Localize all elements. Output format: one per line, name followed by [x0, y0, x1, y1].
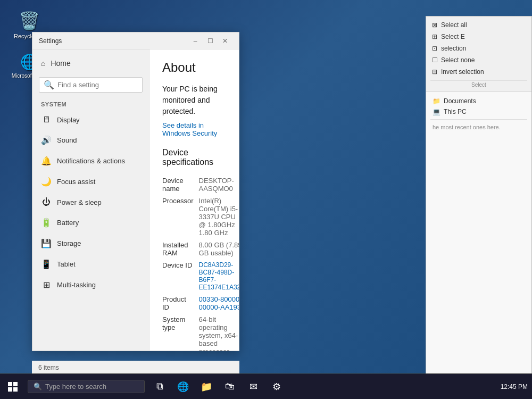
tablet-label: Tablet [57, 260, 76, 268]
invert-icon: ⊟ [430, 68, 439, 76]
tablet-icon: 📱 [41, 259, 52, 269]
items-count: 6 items [38, 364, 59, 371]
taskbar-search-box[interactable]: 🔍 Type here to search [28, 380, 145, 393]
select-none-icon: ☐ [430, 56, 439, 64]
settings-nav: ⌂ Home 🔍 System 🖥 Display 🔊 Sound [32, 49, 149, 351]
select-all-label: Select all [441, 21, 467, 29]
specs-table: Device name DESKTOP-AASQMO0 Processor In… [162, 174, 239, 351]
ram-row: Installed RAM 8.00 GB (7.89 GB usable) [162, 239, 239, 259]
nav-display[interactable]: 🖥 Display [32, 110, 149, 130]
home-nav-item[interactable]: ⌂ Home [32, 54, 149, 73]
nav-storage[interactable]: 💾 Storage [32, 233, 149, 254]
ribbon-select-e[interactable]: ⊞ Select E [430, 31, 527, 42]
system-type-row: System type 64-bit operating system, x64… [162, 313, 239, 351]
processor-row: Processor Intel(R) Core(TM) i5-3337U CPU… [162, 195, 239, 239]
settings-title: Settings [39, 37, 188, 45]
power-label: Power & sleep [57, 198, 102, 206]
maximize-button[interactable]: ☐ [203, 34, 218, 48]
taskbar-search-text: Type here to search [45, 383, 106, 390]
svg-rect-2 [8, 387, 12, 392]
device-id-row: Device ID DC8A3D29-BC87-498D-B6F7-EE1374… [162, 259, 239, 293]
system-section-title: System [32, 97, 149, 110]
product-id-label: Product ID [162, 293, 199, 313]
focus-label: Focus assist [57, 178, 95, 186]
this-pc-label: This PC [444, 108, 467, 115]
settings-titlebar: Settings – ☐ ✕ [32, 32, 239, 49]
device-name-label: Device name [162, 174, 199, 195]
ribbon-select-none[interactable]: ☐ Select none [430, 55, 527, 65]
invert-selection-label: Invert selection [441, 68, 484, 76]
select-none-label: Select none [441, 56, 475, 64]
notifications-icon: 🔔 [41, 156, 52, 166]
file-explorer-window: ⊠ Select all ⊞ Select E ⊡ selection ☐ Se… [426, 16, 532, 378]
taskbar-time: 12:45 PM [501, 383, 528, 390]
documents-icon: 📁 [433, 97, 440, 105]
device-specs-title: Device specifications [162, 148, 226, 167]
display-icon: 🖥 [41, 115, 52, 124]
storage-icon: 💾 [41, 238, 52, 248]
taskbar-right: 12:45 PM [501, 383, 532, 390]
close-button[interactable]: ✕ [218, 34, 232, 48]
recycle-bin-img: 🗑️ [19, 11, 40, 31]
ram-value: 8.00 GB (7.89 GB usable) [199, 239, 239, 259]
settings-taskbar-icon[interactable]: ⚙ [266, 376, 287, 397]
system-type-label: System type [162, 313, 199, 351]
product-id-row: Product ID 00330-80000-00000-AA193 [162, 293, 239, 313]
about-title: About [162, 60, 226, 75]
settings-body: ⌂ Home 🔍 System 🖥 Display 🔊 Sound [32, 49, 239, 351]
store-taskbar-icon[interactable]: 🛍 [219, 376, 240, 397]
processor-label: Processor [162, 195, 199, 239]
desktop: 🗑️ Recycle Bin 🌐 Microsoft Edge ⊠ Select… [0, 0, 532, 399]
settings-window: Settings – ☐ ✕ ⌂ Home 🔍 System [32, 32, 239, 351]
svg-rect-3 [13, 387, 18, 392]
explorer-content: 📁 Documents 💻 This PC he most recent one… [426, 92, 531, 137]
settings-search-box[interactable]: 🔍 [39, 77, 143, 93]
security-notice: Your PC is being monitored and protected… [162, 84, 226, 117]
this-pc-item[interactable]: 💻 This PC [430, 106, 527, 117]
storage-label: Storage [57, 239, 81, 247]
nav-battery[interactable]: 🔋 Battery [32, 212, 149, 233]
nav-tablet[interactable]: 📱 Tablet [32, 254, 149, 275]
taskbar-search-icon: 🔍 [34, 383, 42, 390]
start-button[interactable] [0, 374, 26, 400]
task-view-button[interactable]: ⧉ [149, 376, 170, 397]
this-pc-icon: 💻 [433, 108, 440, 115]
search-icon: 🔍 [44, 80, 54, 90]
nav-notifications[interactable]: 🔔 Notifications & actions [32, 151, 149, 171]
selection-label: selection [441, 45, 466, 52]
minimize-button[interactable]: – [188, 34, 203, 48]
notifications-label: Notifications & actions [57, 157, 125, 165]
focus-icon: 🌙 [41, 177, 52, 187]
file-explorer-taskbar-icon[interactable]: 📁 [196, 376, 217, 397]
mail-taskbar-icon[interactable]: ✉ [243, 376, 264, 397]
nav-power-sleep[interactable]: ⏻ Power & sleep [32, 192, 149, 212]
nav-sound[interactable]: 🔊 Sound [32, 130, 149, 151]
window-controls: – ☐ ✕ [188, 34, 232, 48]
device-id-value: DC8A3D29-BC87-498D-B6F7-EE1374E1A325 [199, 259, 239, 293]
select-e-icon: ⊞ [430, 32, 439, 41]
nav-focus-assist[interactable]: 🌙 Focus assist [32, 171, 149, 192]
windows-logo-icon [8, 382, 18, 392]
security-link[interactable]: See details in Windows Security [162, 121, 226, 137]
multitasking-icon: ⊞ [41, 280, 52, 290]
multitasking-label: Multi-tasking [57, 281, 96, 289]
ribbon-selection[interactable]: ⊡ selection [430, 43, 527, 54]
display-label: Display [57, 116, 80, 124]
documents-item[interactable]: 📁 Documents [430, 96, 527, 106]
sound-icon: 🔊 [41, 135, 52, 145]
taskbar: 🔍 Type here to search ⧉ 🌐 📁 🛍 ✉ ⚙ 12:45 … [0, 373, 532, 399]
explorer-divider [430, 119, 527, 120]
processor-value: Intel(R) Core(TM) i5-3337U CPU @ 1.80GHz… [199, 195, 239, 239]
ribbon-select-group: ⊠ Select all ⊞ Select E ⊡ selection ☐ Se… [430, 20, 527, 88]
ribbon-select-all[interactable]: ⊠ Select all [430, 20, 527, 30]
edge-taskbar-icon[interactable]: 🌐 [172, 376, 194, 397]
battery-icon: 🔋 [41, 218, 52, 228]
status-bar: 6 items [32, 361, 239, 373]
settings-search-input[interactable] [57, 81, 138, 89]
nav-multitasking[interactable]: ⊞ Multi-tasking [32, 275, 149, 295]
device-id-label: Device ID [162, 259, 199, 293]
product-id-value: 00330-80000-00000-AA193 [199, 293, 239, 313]
svg-rect-1 [13, 382, 18, 386]
taskbar-icons: ⧉ 🌐 📁 🛍 ✉ ⚙ [149, 376, 287, 397]
ribbon-invert-selection[interactable]: ⊟ Invert selection [430, 66, 527, 77]
